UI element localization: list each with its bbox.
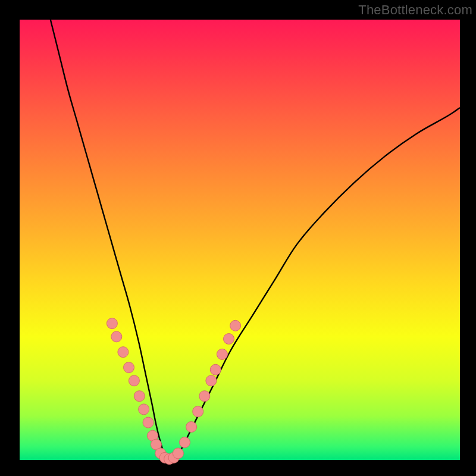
data-dot <box>143 417 154 428</box>
data-dot <box>134 391 145 402</box>
data-dot <box>199 391 210 402</box>
bottleneck-curve <box>51 20 460 461</box>
data-dot <box>118 347 129 358</box>
data-dot <box>124 362 134 373</box>
data-dot <box>186 422 197 433</box>
data-dot <box>210 364 221 375</box>
chart-frame: TheBottleneck.com <box>0 0 476 476</box>
data-dot <box>224 334 234 345</box>
data-dot <box>129 375 139 386</box>
data-dot <box>111 331 122 342</box>
data-dot <box>180 437 190 447</box>
chart-svg <box>0 0 476 476</box>
data-dot <box>107 318 117 329</box>
watermark-text: TheBottleneck.com <box>358 2 472 18</box>
data-dot <box>230 320 241 331</box>
data-dot <box>193 406 203 417</box>
data-dot <box>217 349 227 359</box>
data-dot <box>206 375 217 386</box>
data-dot <box>173 448 183 459</box>
data-dot <box>139 404 149 415</box>
